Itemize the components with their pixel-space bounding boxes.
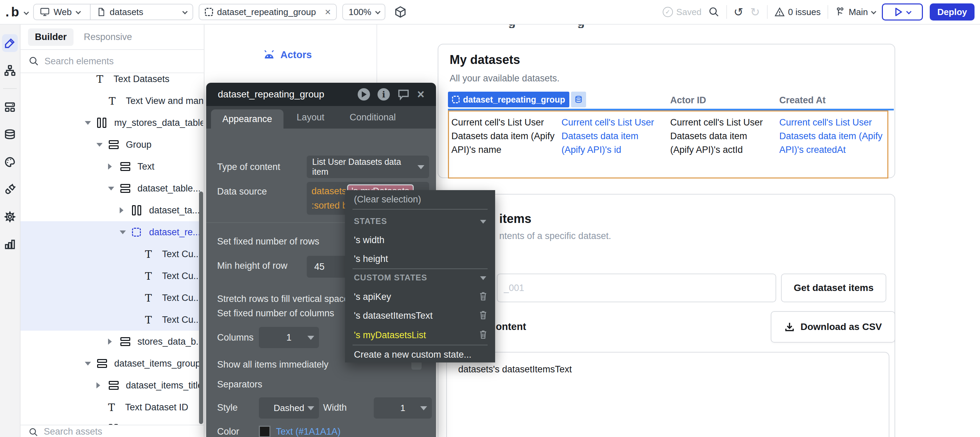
tree-item-text-datasets[interactable]: TText Datasets — [21, 75, 203, 90]
table-cell-id[interactable]: Current cell's List User Datasets data i… — [562, 116, 654, 157]
collapse-arrow-icon[interactable] — [85, 121, 97, 125]
undo-icon[interactable]: ↺ — [734, 6, 744, 18]
property-panel-header[interactable]: dataset_repeating_group i × — [206, 83, 436, 106]
rail-item-settings[interactable] — [2, 208, 18, 226]
chevron-down-icon — [76, 9, 81, 14]
run-workflow-icon[interactable] — [358, 88, 370, 100]
tree-item-text-cu-2[interactable]: TText Cu... — [21, 265, 203, 287]
package-cube-icon[interactable] — [394, 6, 407, 18]
columns-select[interactable]: 1 — [259, 327, 319, 348]
tree-item-text-dataset-id[interactable]: TText Dataset ID — [21, 396, 203, 418]
tree-item-text-cu-1[interactable]: TText Cu... — [21, 243, 203, 265]
sidebar-item-actors[interactable]: Actors — [262, 44, 312, 65]
tree-item-dataset-items-group[interactable]: dataset_items_group — [21, 353, 203, 374]
dataset-id-input[interactable] — [497, 273, 776, 302]
rail-item-database[interactable] — [2, 126, 18, 144]
comment-bubble-icon[interactable] — [397, 89, 410, 100]
table-cell-name[interactable]: Current cell's List User Datasets data i… — [451, 116, 555, 157]
tab-appearance[interactable]: Appearance — [211, 110, 283, 129]
branch-selector[interactable]: Main — [835, 7, 875, 17]
table-cell-created-at[interactable]: Current cell's List User Datasets data i… — [779, 116, 886, 157]
rail-item-logs[interactable] — [2, 235, 18, 253]
color-value-link[interactable]: Text (#1A1A1A) — [276, 426, 340, 437]
trash-icon[interactable] — [479, 330, 488, 340]
card-title-fragment: items — [499, 212, 531, 226]
element-tab[interactable]: dataset_repeating_group × — [199, 4, 337, 20]
search-icon[interactable] — [708, 6, 719, 17]
expand-arrow-icon[interactable] — [108, 338, 120, 345]
menu-divider — [353, 209, 488, 210]
menu-item-height-state[interactable]: 's height — [354, 254, 388, 264]
trash-icon[interactable] — [479, 291, 488, 302]
expand-arrow-icon[interactable] — [120, 207, 132, 213]
tree-item-text-group[interactable]: Text — [21, 156, 203, 178]
tree-item-group[interactable]: Group — [21, 134, 203, 156]
menu-item-my-datasets-list-state[interactable]: 's myDatasetsList — [354, 330, 426, 340]
tab-layout[interactable]: Layout — [296, 112, 324, 123]
expand-arrow-icon[interactable] — [108, 164, 120, 170]
tree-item-dataset-repeating-group-selected[interactable]: dataset_re... — [21, 221, 203, 243]
bubble-logo[interactable]: .b — [5, 5, 28, 19]
separators-label: Separators — [217, 379, 262, 390]
color-swatch[interactable] — [259, 426, 270, 437]
tree-item-stores-data-b[interactable]: stores_data_b... — [21, 331, 203, 353]
preview-button[interactable] — [882, 3, 923, 21]
platform-dropdown[interactable]: Web — [34, 5, 86, 19]
menu-item-width-state[interactable]: 's width — [354, 235, 384, 246]
tree-item-dataset-items-title[interactable]: dataset_items_title — [21, 374, 203, 396]
tree-item-my-stores-data-table[interactable]: my_stores_data_table — [21, 112, 203, 134]
separator-style-select[interactable]: Dashed — [259, 397, 319, 418]
card-subtitle-fragment: ntents of a specific dataset. — [499, 231, 611, 242]
tree-scrollbar[interactable] — [199, 191, 203, 424]
type-of-content-select[interactable]: List User Datasets data item — [307, 156, 429, 178]
get-dataset-items-button[interactable]: Get dataset items — [781, 273, 886, 302]
zoom-dropdown[interactable]: 100% — [342, 4, 385, 20]
collapse-arrow-icon[interactable] — [85, 362, 97, 365]
tree-item-text-view[interactable]: TText View and mana... — [21, 90, 203, 112]
menu-section-states[interactable]: STATES — [354, 216, 387, 226]
components-icon — [4, 102, 16, 113]
menu-section-custom-states[interactable]: CUSTOM STATES — [354, 273, 427, 283]
menu-item-create-custom-state[interactable]: Create a new custom state... — [354, 350, 471, 360]
table-cell-act-id[interactable]: Current cell's List User Datasets data i… — [670, 116, 767, 157]
dataset-content-box[interactable]: datasets's datasetItemsText — [446, 352, 889, 437]
chevron-down-icon — [307, 336, 314, 340]
rail-item-plugins[interactable] — [2, 181, 18, 198]
tab-builder[interactable]: Builder — [28, 29, 73, 46]
page-dropdown[interactable]: datasets — [90, 5, 192, 19]
selected-element-badge[interactable]: dataset_repeating_group — [448, 92, 586, 107]
expand-arrow-icon[interactable] — [96, 382, 109, 388]
deploy-button[interactable]: Deploy — [930, 3, 975, 21]
trash-icon[interactable] — [479, 310, 488, 321]
database-icon — [4, 129, 16, 141]
tab-responsive[interactable]: Responsive — [84, 32, 132, 42]
tab-conditional[interactable]: Conditional — [350, 112, 396, 123]
tree-item-text-cu-3[interactable]: TText Cu... — [21, 287, 203, 309]
rail-item-design[interactable] — [2, 34, 18, 52]
close-icon[interactable]: × — [325, 7, 331, 17]
data-source-chip[interactable] — [571, 92, 586, 107]
menu-item-dataset-items-text-state[interactable]: 's datasetItemsText — [354, 310, 433, 321]
menu-item-api-key-state[interactable]: 's apiKey — [354, 292, 391, 302]
tree-item-dataset-items-in[interactable]: dataset_items_in — [21, 418, 203, 425]
rail-item-styles[interactable] — [2, 153, 18, 171]
rail-item-components[interactable] — [2, 99, 18, 116]
menu-divider — [353, 269, 488, 269]
palette-icon — [4, 156, 16, 168]
search-assets-input[interactable] — [44, 426, 146, 437]
rail-item-workflow[interactable] — [2, 62, 18, 79]
collapse-arrow-icon[interactable] — [96, 143, 109, 147]
close-icon[interactable]: × — [417, 88, 424, 100]
tree-item-dataset-table[interactable]: dataset_table... — [21, 178, 203, 199]
collapse-arrow-icon[interactable] — [108, 187, 120, 191]
info-icon[interactable]: i — [377, 88, 390, 100]
search-elements-input[interactable] — [45, 56, 174, 67]
tree-item-dataset-ta[interactable]: dataset_ta... — [21, 199, 203, 221]
tree-item-text-cu-4[interactable]: TText Cu... — [21, 309, 203, 331]
separator-width-select[interactable]: 1 — [374, 397, 432, 418]
download-csv-button[interactable]: Download as CSV — [771, 311, 895, 343]
collapse-arrow-icon[interactable] — [120, 230, 132, 234]
monitor-icon — [40, 7, 49, 17]
menu-item-clear-selection[interactable]: (Clear selection) — [354, 194, 421, 205]
issues-indicator[interactable]: 0 issues — [775, 7, 821, 17]
